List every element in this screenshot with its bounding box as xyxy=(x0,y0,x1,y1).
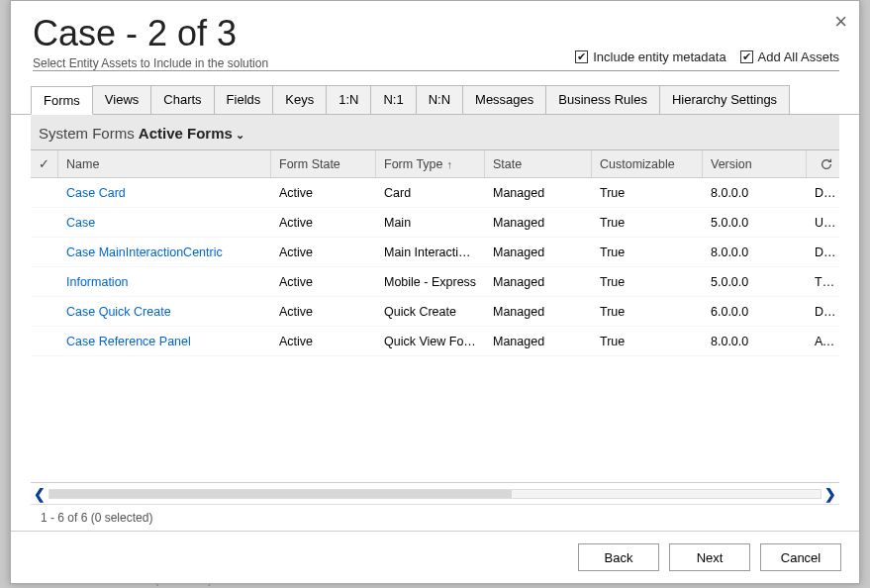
tab-n-1[interactable]: N:1 xyxy=(370,85,416,114)
row-customizable: True xyxy=(592,269,703,295)
close-icon[interactable]: × xyxy=(834,9,847,35)
select-all-checkbox[interactable]: ✓ xyxy=(31,150,58,177)
scroll-right-icon[interactable]: ❯ xyxy=(822,486,839,502)
row-customizable: True xyxy=(592,240,703,265)
tab-views[interactable]: Views xyxy=(92,85,151,114)
table-row[interactable]: Case CardActiveCardManagedTrue8.0.0.0Def xyxy=(31,178,839,208)
row-customizable: True xyxy=(592,210,703,236)
tab-keys[interactable]: Keys xyxy=(272,85,327,114)
row-form-state: Active xyxy=(271,210,376,236)
cancel-button[interactable]: Cancel xyxy=(760,543,841,571)
grid-rows: Case CardActiveCardManagedTrue8.0.0.0Def… xyxy=(31,178,839,482)
view-name: Active Forms xyxy=(139,125,233,142)
col-name[interactable]: Name xyxy=(58,150,271,177)
row-customizable: True xyxy=(592,299,703,325)
row-version: 5.0.0.0 xyxy=(703,210,807,236)
tab-n-n[interactable]: N:N xyxy=(416,85,463,114)
col-state[interactable]: State xyxy=(485,150,592,177)
row-checkbox[interactable] xyxy=(31,246,58,258)
chevron-down-icon: ⌄ xyxy=(236,129,244,141)
table-row[interactable]: Case MainInteractionCentricActiveMain In… xyxy=(31,238,839,267)
header-checkboxes: ✔ Include entity metadata ✔ Add All Asse… xyxy=(575,49,839,70)
row-form-state: Active xyxy=(271,240,376,265)
row-form-state: Active xyxy=(271,269,376,295)
tab-fields[interactable]: Fields xyxy=(214,85,274,114)
include-entity-metadata-checkbox[interactable]: ✔ Include entity metadata xyxy=(575,49,725,64)
dialog-footer: Back Next Cancel xyxy=(11,531,859,583)
row-checkbox[interactable] xyxy=(31,217,58,229)
dialog-header: Case - 2 of 3 Select Entity Assets to In… xyxy=(11,1,859,77)
row-name-link[interactable]: Case Card xyxy=(58,180,271,206)
back-button[interactable]: Back xyxy=(578,543,659,571)
checkbox-icon: ✔ xyxy=(740,50,753,63)
table-row[interactable]: CaseActiveMainManagedTrue5.0.0.0Upd xyxy=(31,208,839,238)
view-selector[interactable]: Active Forms⌄ xyxy=(139,125,244,142)
row-name-link[interactable]: Case Reference Panel xyxy=(58,329,271,354)
grid-area: System Forms Active Forms⌄ ✓ Name Form S… xyxy=(31,115,839,531)
row-version: 8.0.0.0 xyxy=(703,329,807,354)
row-name-link[interactable]: Information xyxy=(58,269,271,295)
row-description: This xyxy=(807,269,839,295)
refresh-button[interactable] xyxy=(807,150,839,177)
row-form-state: Active xyxy=(271,180,376,206)
row-state: Managed xyxy=(485,240,592,265)
tab-forms[interactable]: Forms xyxy=(31,86,93,115)
row-name-link[interactable]: Case xyxy=(58,210,271,236)
row-form-type: Main xyxy=(376,210,485,236)
row-form-state: Active xyxy=(271,329,376,354)
row-state: Managed xyxy=(485,269,592,295)
page-subtitle: Select Entity Assets to Include in the s… xyxy=(33,56,268,70)
scroll-track[interactable] xyxy=(48,489,822,499)
column-header-row: ✓ Name Form State Form Type↑ State Custo… xyxy=(31,149,839,178)
row-description: A fo xyxy=(807,329,839,354)
tab-1-n[interactable]: 1:N xyxy=(326,85,371,114)
wizard-dialog: × Case - 2 of 3 Select Entity Assets to … xyxy=(10,0,860,584)
row-form-type: Mobile - Express xyxy=(376,269,485,295)
row-state: Managed xyxy=(485,299,592,325)
next-button[interactable]: Next xyxy=(669,543,750,571)
tab-business-rules[interactable]: Business Rules xyxy=(545,85,660,114)
row-version: 8.0.0.0 xyxy=(703,180,807,206)
row-state: Managed xyxy=(485,210,592,236)
row-checkbox[interactable] xyxy=(31,187,58,199)
row-customizable: True xyxy=(592,329,703,354)
tab-messages[interactable]: Messages xyxy=(462,85,546,114)
grid-title-bar: System Forms Active Forms⌄ xyxy=(31,115,839,149)
row-checkbox[interactable] xyxy=(31,306,58,318)
add-all-assets-checkbox[interactable]: ✔ Add All Assets xyxy=(740,49,839,64)
row-state: Managed xyxy=(485,329,592,354)
row-checkbox[interactable] xyxy=(31,336,58,347)
page-title: Case - 2 of 3 xyxy=(33,13,268,54)
row-description: Def xyxy=(807,240,839,265)
col-version[interactable]: Version xyxy=(703,150,807,177)
checkbox-icon: ✔ xyxy=(575,50,588,63)
tab-hierarchy-settings[interactable]: Hierarchy Settings xyxy=(659,85,790,114)
col-customizable[interactable]: Customizable xyxy=(592,150,703,177)
horizontal-scrollbar[interactable]: ❮ ❯ xyxy=(31,482,839,504)
row-checkbox[interactable] xyxy=(31,276,58,288)
row-state: Managed xyxy=(485,180,592,206)
scroll-thumb[interactable] xyxy=(49,490,512,498)
row-form-type: Card xyxy=(376,180,485,206)
row-name-link[interactable]: Case MainInteractionCentric xyxy=(58,240,271,265)
row-version: 6.0.0.0 xyxy=(703,299,807,325)
col-form-state[interactable]: Form State xyxy=(271,150,376,177)
row-description: Def xyxy=(807,180,839,206)
checkbox-label: Include entity metadata xyxy=(593,49,725,64)
grid-status: 1 - 6 of 6 (0 selected) xyxy=(31,504,839,531)
row-name-link[interactable]: Case Quick Create xyxy=(58,299,271,325)
row-description: Def xyxy=(807,299,839,325)
refresh-icon xyxy=(820,157,833,171)
table-row[interactable]: InformationActiveMobile - ExpressManaged… xyxy=(31,267,839,297)
checkbox-label: Add All Assets xyxy=(758,49,839,64)
scroll-left-icon[interactable]: ❮ xyxy=(31,486,48,502)
col-form-type[interactable]: Form Type↑ xyxy=(376,150,485,177)
table-row[interactable]: Case Quick CreateActiveQuick CreateManag… xyxy=(31,297,839,327)
tab-charts[interactable]: Charts xyxy=(150,85,214,114)
grid-title: System Forms xyxy=(39,125,135,142)
row-form-type: Main Interaction... xyxy=(376,240,485,265)
row-version: 5.0.0.0 xyxy=(703,269,807,295)
row-description: Upd xyxy=(807,210,839,236)
table-row[interactable]: Case Reference PanelActiveQuick View For… xyxy=(31,327,839,356)
row-version: 8.0.0.0 xyxy=(703,240,807,265)
